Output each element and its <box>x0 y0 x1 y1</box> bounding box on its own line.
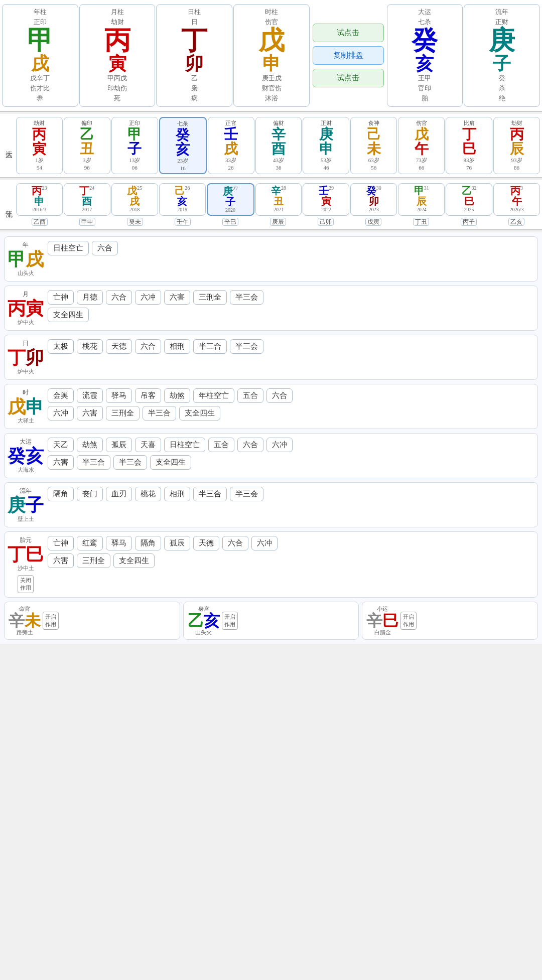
tag-yima-ty[interactable]: 驿马 <box>106 536 132 550</box>
tag-liuhe-dy[interactable]: 六合 <box>237 438 263 452</box>
tag-jinyu[interactable]: 金舆 <box>48 388 74 403</box>
tag-zhiquansi-shi[interactable]: 支全四生 <box>179 406 220 421</box>
liunian-item[interactable]: 辛28 丑 2021 <box>255 183 302 216</box>
tag-wangshen[interactable]: 亡神 <box>48 290 74 305</box>
dayun-item[interactable]: 伤官 戊 午 73岁 66 <box>398 117 445 174</box>
tag-tiande-ty[interactable]: 天德 <box>193 536 219 550</box>
copy-button[interactable]: 复制排盘 <box>313 46 384 65</box>
shensha-taiyuan-toggle[interactable]: 关闭作用 <box>18 575 34 593</box>
tag-bansanhui-ln[interactable]: 半三会 <box>230 487 263 501</box>
tag-liuhai-dy[interactable]: 六害 <box>48 455 74 470</box>
tag-sanxingquan-ty[interactable]: 三刑全 <box>77 553 110 568</box>
dayun-item[interactable]: 食神 己 未 63岁 56 <box>350 117 397 174</box>
liunian-item[interactable]: 乙32 巳 2025 <box>446 183 492 216</box>
dayun-item[interactable]: 比肩 丁 巳 83岁 76 <box>446 117 492 174</box>
tag-sanxingquan-yue[interactable]: 三刑全 <box>193 290 227 305</box>
tag-sangmen[interactable]: 丧门 <box>77 487 103 501</box>
tag-tiande[interactable]: 天德 <box>106 339 132 354</box>
tag-jiesha[interactable]: 劫煞 <box>164 388 190 403</box>
tag-yuede[interactable]: 月德 <box>77 290 103 305</box>
trial-button-1[interactable]: 试点击 <box>313 24 384 42</box>
tag-xueren[interactable]: 血刃 <box>106 487 132 501</box>
tag-liuhe-ri[interactable]: 六合 <box>135 339 161 354</box>
tag-liuhe-nian[interactable]: 六合 <box>92 241 118 255</box>
tag-rizhukongwang-dy[interactable]: 日柱空亡 <box>164 438 205 452</box>
tag-wuhe-dy[interactable]: 五合 <box>208 438 234 452</box>
xiaoyun-toggle-btn[interactable]: 开启作用 <box>400 612 417 630</box>
tag-zhiquansi-dy[interactable]: 支全四生 <box>150 455 191 470</box>
tag-xiangxing[interactable]: 相刑 <box>164 339 190 354</box>
dayun-item[interactable]: 正印 甲 子 13岁 06 <box>111 117 158 174</box>
tag-tianyi[interactable]: 天乙 <box>48 438 74 452</box>
tag-gejiao[interactable]: 隔角 <box>48 487 74 501</box>
tag-liuhe-yue[interactable]: 六合 <box>106 290 132 305</box>
tag-liuhe-shi[interactable]: 六合 <box>266 388 293 403</box>
tag-liuchong-dy[interactable]: 六冲 <box>266 438 293 452</box>
tag-bansanhe-ri[interactable]: 半三合 <box>193 339 227 354</box>
liunian-item[interactable]: 丙23 申 2016/3 <box>16 183 63 216</box>
dayun-item[interactable]: 偏印 乙 丑 3岁 96 <box>64 117 110 174</box>
tag-bansanhe-dy[interactable]: 半三合 <box>77 455 110 470</box>
bottom-xiaoyun-chars: 辛 巳 <box>366 613 398 629</box>
tag-gejiao-ty[interactable]: 隔角 <box>135 536 161 550</box>
tag-tianxi[interactable]: 天喜 <box>135 438 161 452</box>
tag-liuchong-shi[interactable]: 六冲 <box>48 406 74 421</box>
tag-liuhai-shi[interactable]: 六害 <box>77 406 103 421</box>
tag-wangshen-ty[interactable]: 亡神 <box>48 536 74 550</box>
liunian-item[interactable]: 己26 亥 2019 <box>159 183 206 216</box>
shensha-yue-label-col: 月 丙 寅 炉中火 <box>8 290 44 326</box>
tag-taohua-ri[interactable]: 桃花 <box>77 339 103 354</box>
tag-rizhukongwang[interactable]: 日柱空亡 <box>48 241 89 255</box>
tag-bansanhui-dy[interactable]: 半三会 <box>113 455 147 470</box>
dayun-item[interactable]: 正官 壬 戌 33岁 26 <box>208 117 254 174</box>
tag-zhiquansi[interactable]: 支全四生 <box>48 308 89 322</box>
tag-bansanhe-shi[interactable]: 半三合 <box>143 406 176 421</box>
liunian-item[interactable]: 壬29 寅 2022 <box>303 183 349 216</box>
pillar-ri-tiangan: 丁 <box>181 28 207 54</box>
liunian-sub-text: 丁丑 <box>413 218 429 226</box>
trial-button-2[interactable]: 试点击 <box>313 69 384 87</box>
pillar-shi-type2: 沐浴 <box>265 94 278 103</box>
dayun-char-bot: 酉 <box>272 142 286 156</box>
liunian-item[interactable]: 丙3 午 2026/3 <box>493 183 540 216</box>
tag-xiangxing-ln[interactable]: 相刑 <box>164 487 190 501</box>
dayun-item[interactable]: 偏财 辛 酉 43岁 36 <box>255 117 302 174</box>
tag-liuhai-yue[interactable]: 六害 <box>164 290 190 305</box>
tag-nianzhukongwang[interactable]: 年柱空亡 <box>193 388 234 403</box>
liunian-item[interactable]: 戊25 戌 2018 <box>111 183 158 216</box>
tag-liuchong-ty[interactable]: 六冲 <box>251 536 278 550</box>
dayun-item[interactable]: 劫财 丙 寅 1岁 94 <box>16 117 63 174</box>
dayun-item[interactable]: 七杀 癸 亥 23岁 16 <box>159 117 207 174</box>
dayun-char-bot: 丑 <box>80 142 94 156</box>
tag-zhiquansi-ty[interactable]: 支全四生 <box>113 553 155 568</box>
tag-taiji[interactable]: 太极 <box>48 339 74 354</box>
tag-taohua-ln[interactable]: 桃花 <box>135 487 161 501</box>
dayun-type: 劫财 <box>511 119 522 127</box>
tag-bansanhui-ri[interactable]: 半三会 <box>230 339 263 354</box>
tag-guchen-ty[interactable]: 孤辰 <box>164 536 190 550</box>
tag-sanxingquan-shi[interactable]: 三刑全 <box>106 406 140 421</box>
dayun-item[interactable]: 劫财 丙 辰 93岁 86 <box>493 117 540 174</box>
tag-wuhe-shi[interactable]: 五合 <box>237 388 263 403</box>
mingguan-toggle-btn[interactable]: 开启作用 <box>43 612 59 630</box>
tag-diaoke[interactable]: 吊客 <box>135 388 161 403</box>
pillar-liunian-extra: 流年 正财 庚 子 癸 杀 绝 <box>464 4 540 107</box>
liunian-item[interactable]: 癸30 卯 2023 <box>350 183 397 216</box>
liunian-sub-item: 癸未 <box>111 218 158 226</box>
tag-jiesha-dy[interactable]: 劫煞 <box>77 438 103 452</box>
tag-guchen[interactable]: 孤辰 <box>106 438 132 452</box>
tag-liuhai-ty[interactable]: 六害 <box>48 553 74 568</box>
tag-hongluan[interactable]: 红鸾 <box>77 536 103 550</box>
liunian-item[interactable]: 庚27 子 2020 <box>207 183 254 216</box>
tag-yima-shi[interactable]: 驿马 <box>106 388 132 403</box>
tag-liuchong-yue[interactable]: 六冲 <box>135 290 161 305</box>
tag-liuhe-ty[interactable]: 六合 <box>222 536 248 550</box>
tag-liuxia[interactable]: 流霞 <box>77 388 103 403</box>
liunian-item[interactable]: 丁24 酉 2017 <box>64 183 110 216</box>
tag-bansanhe-ln[interactable]: 半三合 <box>193 487 227 501</box>
liunian-item[interactable]: 甲31 辰 2024 <box>398 183 445 216</box>
tag-bansanhui-yue[interactable]: 半三会 <box>230 290 263 305</box>
dayun-item[interactable]: 正财 庚 申 53岁 46 <box>303 117 349 174</box>
dayun-char-top: 庚 <box>319 127 333 142</box>
shengong-toggle-btn[interactable]: 开启作用 <box>222 612 238 630</box>
